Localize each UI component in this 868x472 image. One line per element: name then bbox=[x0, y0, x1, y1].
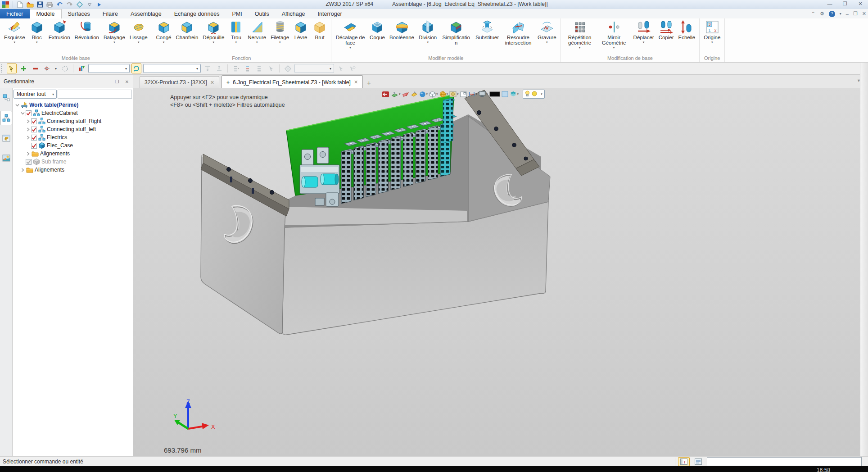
new-tab-button[interactable]: + bbox=[367, 79, 371, 88]
ribbon-button-simplification[interactable]: Simplification bbox=[439, 20, 473, 50]
ribbon-button-depouille[interactable]: Dépouille ▾ bbox=[200, 20, 226, 44]
layer-selector[interactable]: ▾ bbox=[523, 90, 545, 99]
dropdown-caret-icon[interactable]: ▾ bbox=[14, 40, 16, 44]
ribbon-button-conge[interactable]: Congé ▾ bbox=[154, 20, 174, 44]
ribbon-button-decalage-de-face[interactable]: Décalage de face ▾ bbox=[333, 20, 367, 50]
3d-viewport[interactable]: Appuyer sur <F2> pour vue dynamique <F8>… bbox=[133, 88, 860, 456]
minimize-button[interactable]: — bbox=[825, 1, 835, 7]
ribbon-button-deplacer[interactable]: Déplacer ▾ bbox=[631, 20, 656, 44]
viewport-window-icon[interactable] bbox=[460, 90, 467, 98]
visual-manager-icon[interactable] bbox=[1, 151, 12, 165]
dropdown-caret-icon[interactable]: ▾ bbox=[256, 40, 258, 44]
right-dock-strip[interactable] bbox=[860, 63, 868, 456]
layers-icon[interactable]: ▾ bbox=[510, 90, 519, 98]
remove-selection-icon[interactable] bbox=[30, 64, 40, 73]
black-color-swatch[interactable] bbox=[489, 90, 500, 98]
tree-item-electrics[interactable]: Electrics bbox=[13, 133, 133, 141]
dropdown-caret-icon[interactable]: ▾ bbox=[279, 40, 281, 44]
dropdown-caret-icon[interactable]: ▾ bbox=[579, 45, 581, 50]
ribbon-button-echelle[interactable]: Echelle bbox=[676, 20, 698, 44]
lasso-select-icon[interactable] bbox=[60, 64, 70, 73]
drag-face-icon[interactable]: ▾ bbox=[391, 90, 401, 98]
status-command-input[interactable] bbox=[707, 457, 862, 466]
tree-item-sub-frame[interactable]: Sub frame bbox=[13, 158, 133, 166]
doc-minimize-button[interactable]: – bbox=[846, 11, 849, 17]
align-bottom-icon[interactable] bbox=[214, 64, 224, 73]
output-list-icon[interactable] bbox=[692, 457, 704, 466]
ribbon-button-booleenne[interactable]: Booléenne bbox=[387, 20, 416, 44]
tab-close-icon[interactable]: ✕ bbox=[354, 79, 358, 85]
color-filter-icon[interactable] bbox=[77, 64, 86, 73]
cursor-plain-icon[interactable] bbox=[266, 64, 276, 73]
undo-icon[interactable] bbox=[56, 1, 63, 9]
menu-affichage[interactable]: Affichage bbox=[276, 9, 312, 18]
dropdown-caret-icon[interactable]: ▾ bbox=[613, 45, 615, 50]
snap-mode-icon[interactable] bbox=[283, 64, 293, 73]
dropdown-caret-icon[interactable]: ▾ bbox=[113, 40, 115, 44]
dropdown-caret-icon[interactable]: ▾ bbox=[235, 40, 237, 44]
ribbon-button-brut[interactable]: Brut bbox=[310, 20, 329, 44]
document-tab[interactable]: 32XX-Product.Z3 - [32XX] ✕ bbox=[140, 76, 219, 88]
dropdown-caret-icon[interactable]: ▾ bbox=[546, 40, 548, 44]
view-manager-icon[interactable] bbox=[1, 132, 12, 145]
pick-target-icon[interactable] bbox=[42, 64, 52, 73]
panel-close-icon[interactable]: ✕ bbox=[123, 78, 131, 85]
menu-modele[interactable]: Modèle bbox=[30, 9, 62, 18]
dropdown-caret-icon[interactable]: ▾ bbox=[427, 40, 429, 44]
ribbon-button-trou[interactable]: Trou ▾ bbox=[226, 20, 245, 44]
monitor-display-icon[interactable]: ▾ bbox=[479, 90, 488, 98]
tree-expander-icon[interactable] bbox=[25, 127, 31, 132]
sphere-display-icon[interactable]: ▾ bbox=[439, 90, 448, 98]
menu-surfaces[interactable]: Surfaces bbox=[62, 9, 96, 18]
document-tab[interactable]: + 6.Jog_Electrical Eq_Sheetmetal.Z3 - [W… bbox=[222, 75, 363, 89]
ribbon-button-levre[interactable]: Lèvre bbox=[291, 20, 310, 44]
tree-expander-icon[interactable] bbox=[20, 111, 26, 115]
add-selection-icon[interactable] bbox=[18, 64, 28, 73]
pick-face-icon[interactable] bbox=[411, 90, 418, 98]
dropdown-caret-icon[interactable]: ▾ bbox=[643, 40, 645, 44]
history-manager-icon[interactable] bbox=[1, 91, 12, 104]
ribbon-button-repetition-geometrie[interactable]: Répétition géométrie ▾ bbox=[563, 20, 597, 50]
collapse-icon[interactable] bbox=[86, 1, 93, 9]
ribbon-button-chanfrein[interactable]: Chanfrein bbox=[173, 20, 200, 44]
ribbon-button-origine[interactable]: 312 Origine ▾ bbox=[701, 20, 723, 44]
align-top-icon[interactable] bbox=[203, 64, 212, 73]
input-mode-icon[interactable]: T bbox=[678, 457, 690, 466]
ribbon-button-extrusion[interactable]: Extrusion bbox=[46, 20, 72, 44]
ribbon-button-substituer[interactable]: Substituer bbox=[473, 20, 501, 44]
visibility-checkbox[interactable] bbox=[26, 110, 32, 116]
ribbon-button-division[interactable]: Division ▾ bbox=[416, 20, 439, 44]
print-icon[interactable] bbox=[46, 1, 54, 9]
dropdown-caret-icon[interactable]: ▾ bbox=[711, 40, 713, 44]
settings-gear-icon[interactable]: ⚙ bbox=[820, 11, 824, 17]
ribbon-button-coque[interactable]: Coque bbox=[367, 20, 387, 44]
panel-restore-icon[interactable]: ❐ bbox=[113, 78, 121, 85]
pick-target-caret-icon[interactable]: ▾ bbox=[54, 64, 58, 73]
windows-taskbar-sliver[interactable]: 16:58 bbox=[0, 466, 868, 472]
selection-filter-dropdown[interactable]: ▾ bbox=[88, 64, 130, 73]
ribbon-button-resoudre-intersection[interactable]: Resoudre intersection bbox=[501, 20, 535, 50]
ribbon-button-nervure[interactable]: Nervure ▾ bbox=[245, 20, 268, 44]
wireframe-display-icon[interactable]: ▾ bbox=[429, 90, 438, 98]
ribbon-button-gravure[interactable]: Gravure ▾ bbox=[535, 20, 559, 44]
new-file-icon[interactable] bbox=[16, 1, 24, 9]
menu-interroger[interactable]: Interroger bbox=[312, 9, 348, 18]
tree-item-connecting-stuff-right[interactable]: Connecting stuff_Right bbox=[13, 117, 133, 125]
ribbon-button-revolution[interactable]: Révolution bbox=[72, 20, 101, 44]
help-icon[interactable]: ? bbox=[829, 11, 835, 17]
ribbon-button-lissage[interactable]: Lissage ▾ bbox=[127, 20, 150, 44]
exit-sketch-icon[interactable] bbox=[382, 90, 389, 98]
assembly-manager-icon[interactable] bbox=[0, 111, 12, 125]
tab-close-icon[interactable]: ✕ bbox=[210, 80, 214, 86]
dropdown-caret-icon[interactable]: ▾ bbox=[36, 40, 38, 44]
ribbon-button-bloc[interactable]: Bloc ▾ bbox=[27, 20, 46, 44]
help-caret-icon[interactable]: ▾ bbox=[840, 12, 841, 16]
select-cursor-icon[interactable] bbox=[7, 64, 17, 73]
tree-expander-icon[interactable] bbox=[14, 103, 20, 107]
toolbar-drag-handle[interactable] bbox=[1, 64, 4, 73]
menu-assemblage[interactable]: Assemblage bbox=[124, 9, 168, 18]
menu-echange-donnees[interactable]: Echange données bbox=[168, 9, 226, 18]
menu-fichier[interactable]: Fichier bbox=[0, 9, 30, 18]
tree-item-alignements[interactable]: Alignements bbox=[13, 166, 133, 174]
open-file-icon[interactable] bbox=[26, 1, 34, 9]
